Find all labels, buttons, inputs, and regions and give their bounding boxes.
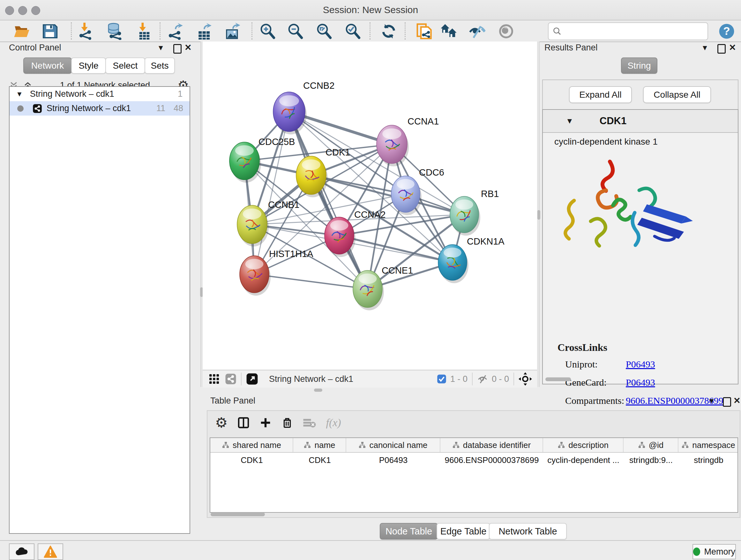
table-panel-title: Table Panel [210, 396, 255, 406]
network-collection-row[interactable]: ▼ String Network – cdk1 1 [10, 87, 190, 101]
collapse-arrow-icon[interactable]: ▼ [16, 90, 23, 98]
column-header[interactable]: @id [623, 438, 678, 452]
network-row-selected[interactable]: String Network – cdk1 11 48 [10, 101, 190, 116]
crosslink-link[interactable]: P06493 [626, 359, 655, 377]
toolbar-separator [405, 22, 406, 40]
table-cell[interactable]: cyclin-dependent ... [543, 453, 623, 468]
birds-eye-grid-icon[interactable] [208, 373, 220, 385]
save-session-button[interactable] [41, 22, 59, 40]
node-CCNE1[interactable]: CCNE1 [353, 265, 413, 310]
node-label: RB1 [481, 189, 499, 199]
warnings-button[interactable] [38, 543, 63, 560]
show-graphics-button[interactable] [497, 22, 515, 40]
panel-menu-icon[interactable]: ▾ [703, 44, 707, 52]
edge-HIST1H1A-CCNE1[interactable] [254, 274, 367, 289]
zoom-selected-button[interactable] [344, 22, 361, 40]
export-network-button[interactable] [166, 22, 184, 40]
node-CCNB2[interactable]: CCNB2 [273, 80, 334, 134]
add-column-icon[interactable] [259, 417, 272, 429]
memory-button[interactable]: Memory [692, 544, 736, 559]
column-type-icon [222, 441, 229, 449]
column-header[interactable]: shared name [210, 438, 293, 452]
svg-text:?: ? [723, 24, 730, 37]
table-cell[interactable]: CDK1 [210, 453, 293, 468]
tab-network-table[interactable]: Network Table [489, 523, 567, 540]
column-header[interactable]: canonical name [346, 438, 441, 452]
results-hscrollbar[interactable] [545, 377, 571, 381]
table-row[interactable]: CDK1CDK1P064939606.ENSP00000378699cyclin… [210, 453, 738, 468]
string-results-box: ▼ CDK1 cyclin-dependent kinase 1 [542, 109, 738, 384]
table-cell[interactable]: stringdb [678, 453, 738, 468]
tab-node-table[interactable]: Node Table [380, 523, 438, 540]
tab-edge-table[interactable]: Edge Table [436, 523, 490, 540]
panel-menu-icon[interactable]: ▾ [158, 44, 163, 52]
table-cell[interactable]: stringdb:9... [623, 453, 678, 468]
network-share-icon[interactable] [225, 373, 237, 385]
network-view-toolbar: String Network – cdk1 1 - 0 0 - 0 [203, 370, 537, 388]
import-network-button[interactable] [77, 22, 94, 40]
columns-icon[interactable] [237, 416, 250, 429]
open-session-button[interactable] [13, 22, 30, 40]
zoom-selected-icon [344, 23, 361, 40]
node-RB1[interactable]: RB1 [450, 189, 499, 236]
node-label: CDKN1A [467, 236, 504, 246]
table-hscrollbar[interactable] [211, 512, 265, 516]
network-graph[interactable]: CCNB2CCNA1CDC25BCDK1CDC6RB1CCNB1CCNA2CDK… [203, 42, 537, 370]
table-cell[interactable]: CDK1 [293, 453, 346, 468]
collapse-all-button[interactable]: Collapse All [643, 86, 711, 103]
fit-crosshair-icon[interactable] [519, 372, 532, 386]
search-input[interactable] [564, 26, 708, 37]
gene-header-row[interactable]: ▼ CDK1 [543, 110, 738, 133]
selected-checkbox-icon[interactable] [437, 374, 447, 384]
application-window: Session: New Session [0, 0, 741, 560]
detach-view-icon[interactable] [246, 373, 258, 385]
panel-close-icon[interactable]: ✕ [185, 44, 192, 52]
gene-description: cyclin-dependent kinase 1 [554, 137, 658, 147]
window-title: Session: New Session [0, 4, 741, 15]
delete-column-icon[interactable] [281, 417, 293, 429]
panel-close-icon[interactable]: ✕ [733, 396, 741, 405]
edge-CCNA2-CDKN1A[interactable] [339, 236, 453, 262]
zoom-in-button[interactable] [259, 22, 276, 40]
export-table-button[interactable] [195, 22, 212, 40]
crosslink-link[interactable]: P06493 [626, 377, 655, 395]
table-cell[interactable]: 9606.ENSP00000378699 [441, 453, 543, 468]
column-header[interactable]: name [293, 438, 346, 452]
collapse-arrow-icon[interactable]: ▼ [566, 117, 574, 125]
tab-string[interactable]: String [621, 57, 657, 74]
column-header[interactable]: namespace [678, 438, 738, 452]
cloud-status-button[interactable] [9, 543, 35, 560]
export-image-button[interactable] [223, 22, 241, 40]
import-table-button[interactable] [134, 22, 152, 40]
network-status-dot [17, 105, 23, 112]
node-label: CDC25B [259, 137, 295, 147]
column-header[interactable]: description [543, 438, 623, 452]
table-cell[interactable]: P06493 [346, 453, 441, 468]
node-CDKN1A[interactable]: CDKN1A [438, 236, 504, 283]
refresh-layout-button[interactable] [380, 22, 398, 40]
column-header[interactable]: database identifier [441, 438, 543, 452]
clone-network-button[interactable] [415, 22, 433, 40]
function-builder-button[interactable]: f(x) [326, 417, 341, 429]
hide-unhide-button[interactable] [468, 22, 486, 40]
panel-close-icon[interactable]: ✕ [729, 44, 736, 52]
import-network-from-database-button[interactable] [105, 22, 123, 40]
tab-select[interactable]: Select [105, 57, 145, 74]
tab-network[interactable]: Network [23, 57, 72, 74]
edge-CCNB2-CCNE1[interactable] [289, 112, 367, 289]
zoom-out-button[interactable] [286, 22, 304, 40]
home-view-button[interactable] [440, 22, 458, 40]
panel-float-icon[interactable] [718, 44, 726, 55]
network-canvas[interactable]: CCNB2CCNA1CDC25BCDK1CDC6RB1CCNB1CCNA2CDK… [203, 42, 537, 370]
tab-style[interactable]: Style [71, 57, 106, 74]
table-options-gear-icon[interactable]: ⚙ [215, 416, 227, 430]
expand-all-button[interactable]: Expand All [569, 86, 632, 103]
node-HIST1H1A[interactable]: HIST1H1A [240, 249, 313, 296]
panel-float-icon[interactable] [723, 397, 731, 408]
panel-float-icon[interactable] [173, 44, 182, 55]
tab-sets[interactable]: Sets [145, 57, 175, 74]
zoom-fit-button[interactable] [315, 22, 333, 40]
panel-menu-icon[interactable]: ▾ [710, 396, 714, 405]
help-button[interactable]: ? [718, 22, 736, 40]
horizontal-splitter-handle[interactable] [314, 388, 322, 392]
